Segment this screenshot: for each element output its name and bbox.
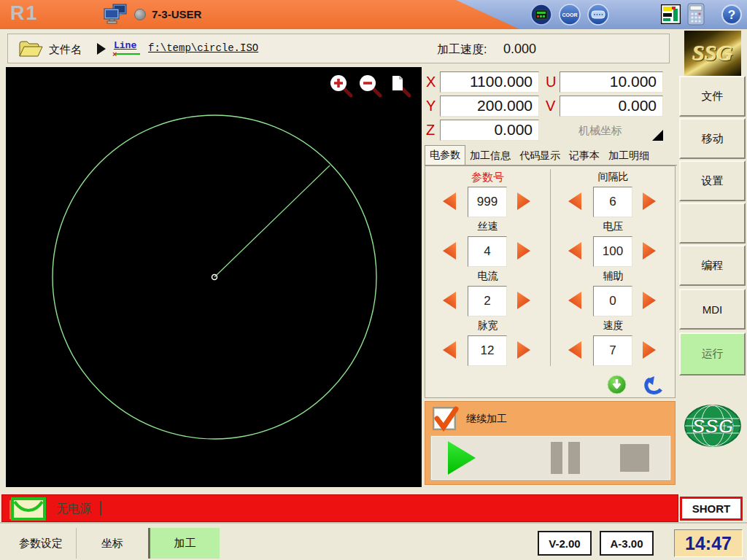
tab-notepad[interactable]: 记事本 (565, 147, 604, 165)
text-caret (100, 501, 101, 516)
sidebar-item-file[interactable]: 文件 (679, 76, 746, 117)
zoom-out-icon[interactable] (357, 73, 384, 99)
pulse-width-decrease-button[interactable] (443, 341, 456, 359)
sidebar-item-blank[interactable] (679, 203, 746, 244)
coord-v-value: 0.000 (560, 96, 663, 117)
undo-icon[interactable] (643, 375, 665, 394)
parameter-tabs: 电参数 加工信息 代码显示 记事本 加工明细 (425, 147, 677, 166)
sidebar-item-settings[interactable]: 设置 (679, 160, 746, 201)
app-window: R1 7-3-USER COOR (0, 0, 747, 560)
wire-speed-value[interactable]: 4 (468, 236, 507, 267)
auxiliary-value[interactable]: 0 (593, 286, 632, 316)
alarm-status-bar: 无电源 (1, 494, 678, 522)
tab-machining-info[interactable]: 加工信息 (465, 147, 515, 165)
current-offset-readout: A-3.00 (600, 531, 654, 556)
tab-code-display[interactable]: 代码显示 (515, 147, 565, 165)
coord-z-value: 0.000 (440, 120, 539, 141)
zoom-fit-icon[interactable] (387, 73, 413, 99)
help-icon[interactable]: ? (721, 4, 743, 26)
short-alarm-button[interactable]: SHORT (680, 497, 743, 521)
keypad-icon[interactable] (530, 4, 552, 26)
param-group-auxiliary: 辅助 0 (551, 270, 676, 283)
pause-button-bar2[interactable] (568, 442, 580, 474)
machining-speed-value: 0.000 (503, 42, 536, 57)
coordinate-mode-dropdown-icon[interactable] (652, 130, 663, 141)
current-increase-button[interactable] (517, 292, 530, 309)
bottom-tab-coordinates[interactable]: 坐标 (77, 528, 148, 559)
apply-download-icon[interactable] (607, 375, 627, 394)
file-bar: 文件名 Line × f:\temp\circle.ISO 加工速度: 0.00… (7, 34, 670, 63)
speed-value[interactable]: 7 (593, 335, 632, 366)
stop-button[interactable] (620, 444, 649, 472)
coord-x-value: 1100.000 (440, 71, 539, 93)
param-group-wire-speed: 丝速 4 (425, 220, 550, 233)
network-computer-icon (104, 4, 130, 26)
calculator-icon[interactable] (686, 3, 705, 26)
auxiliary-increase-button[interactable] (643, 292, 656, 309)
message-envelope-icon[interactable] (8, 497, 46, 521)
param-group-speed: 速度 7 (551, 319, 676, 332)
user-name: 7-3-USER (152, 8, 201, 20)
pause-button[interactable] (551, 442, 562, 474)
status-led (134, 9, 146, 20)
machining-speed-label: 加工速度: (437, 42, 487, 58)
coordinate-mode-label[interactable]: 机械坐标 (578, 124, 622, 138)
wire-speed-increase-button[interactable] (517, 242, 530, 260)
bottom-tab-machining[interactable]: 加工 (150, 528, 220, 559)
gap-ratio-increase-button[interactable] (643, 192, 656, 210)
current-decrease-button[interactable] (443, 292, 456, 309)
speed-increase-button[interactable] (643, 341, 656, 359)
param-number-increase-button[interactable] (517, 192, 530, 210)
checkmark-icon (433, 405, 462, 432)
app-logo: R1 (10, 2, 39, 25)
bottom-tab-parameter-setting[interactable]: 参数设定 (6, 528, 76, 559)
tab-machining-detail[interactable]: 加工明细 (604, 147, 654, 165)
toolpath-canvas[interactable] (6, 67, 422, 487)
sidebar-item-mdi[interactable]: MDI (679, 289, 746, 330)
tab-electrical-params[interactable]: 电参数 (425, 145, 465, 165)
brand-logo: SSG (684, 31, 741, 76)
open-folder-icon[interactable] (18, 40, 43, 58)
pulse-width-increase-button[interactable] (517, 341, 530, 359)
sidebar-item-programming[interactable]: 编程 (679, 245, 746, 286)
param-group-voltage: 电压 100 (551, 220, 676, 233)
voltage-increase-button[interactable] (643, 242, 656, 260)
voltage-value[interactable]: 100 (593, 236, 632, 267)
param-group-pulse-width: 脉宽 12 (425, 319, 550, 332)
line-mode-icon[interactable]: Line × (114, 38, 143, 55)
voltage-offset-readout: V-2.00 (538, 531, 592, 556)
pointer-triangle-icon (97, 43, 106, 55)
param-group-current: 电流 2 (425, 270, 550, 283)
current-value[interactable]: 2 (468, 286, 507, 316)
param-number-value[interactable]: 999 (468, 187, 507, 217)
wire-speed-decrease-button[interactable] (443, 242, 456, 260)
alarm-message: 无电源 (56, 502, 91, 517)
ime-language-icon[interactable] (661, 4, 681, 24)
sidebar-item-run[interactable]: 运行 (679, 332, 746, 376)
svg-text:?: ? (728, 8, 735, 22)
axis-label-v: V (546, 98, 555, 114)
gap-ratio-value[interactable]: 6 (593, 187, 632, 217)
gap-ratio-decrease-button[interactable] (568, 192, 581, 210)
sidebar-item-move[interactable]: 移动 (679, 118, 746, 159)
title-bar-accent (0, 0, 519, 29)
speed-decrease-button[interactable] (568, 341, 581, 359)
keyboard-icon[interactable] (587, 4, 609, 26)
coordinates-icon[interactable]: COOR (559, 4, 581, 26)
line-underline (114, 53, 140, 55)
title-bar: R1 7-3-USER COOR (0, 0, 747, 29)
axis-label-z: Z (426, 122, 435, 139)
param-group-gap-ratio: 间隔比 6 (551, 171, 676, 184)
auxiliary-decrease-button[interactable] (568, 292, 581, 309)
continue-machining-checkbox[interactable] (433, 407, 456, 430)
start-button[interactable] (448, 441, 476, 475)
pulse-width-value[interactable]: 12 (468, 335, 507, 366)
voltage-decrease-button[interactable] (568, 242, 581, 260)
axis-label-y: Y (426, 98, 436, 114)
param-group-number: 参数号 999 (425, 171, 550, 184)
continue-machining-label: 继续加工 (466, 413, 507, 426)
current-file-link[interactable]: f:\temp\circle.ISO (148, 42, 258, 54)
zoom-in-icon[interactable] (328, 73, 355, 99)
param-number-decrease-button[interactable] (443, 192, 456, 210)
axis-label-x: X (426, 74, 436, 90)
